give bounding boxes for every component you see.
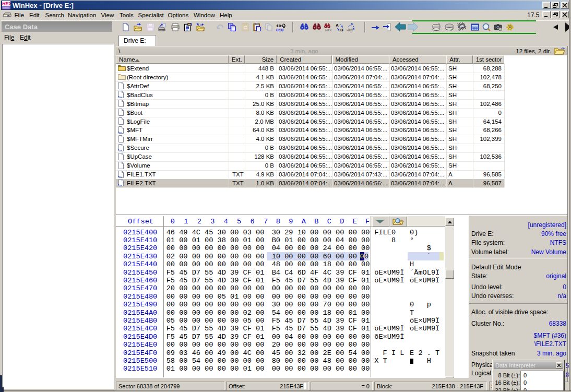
svg-text:B: B — [340, 28, 343, 31]
svg-text:HEX: HEX — [2, 2, 10, 7]
svg-text:A: A — [336, 23, 339, 28]
svg-text:010: 010 — [276, 28, 284, 32]
svg-text:HEX: HEX — [347, 29, 353, 32]
svg-text:HEX: HEX — [325, 29, 331, 32]
